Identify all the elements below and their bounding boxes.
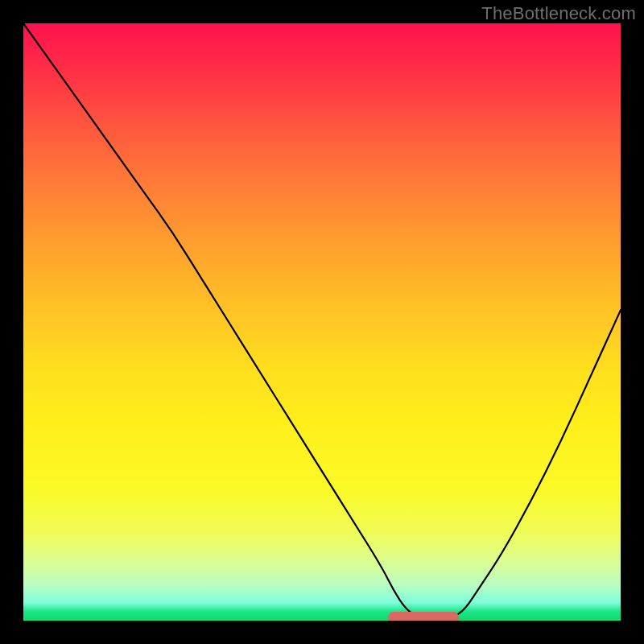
optimal-range-marker: [388, 612, 459, 621]
gradient-background: [23, 23, 621, 621]
plot-area: [23, 23, 621, 621]
chart-frame: TheBottleneck.com: [0, 0, 644, 644]
watermark-text: TheBottleneck.com: [481, 3, 636, 24]
